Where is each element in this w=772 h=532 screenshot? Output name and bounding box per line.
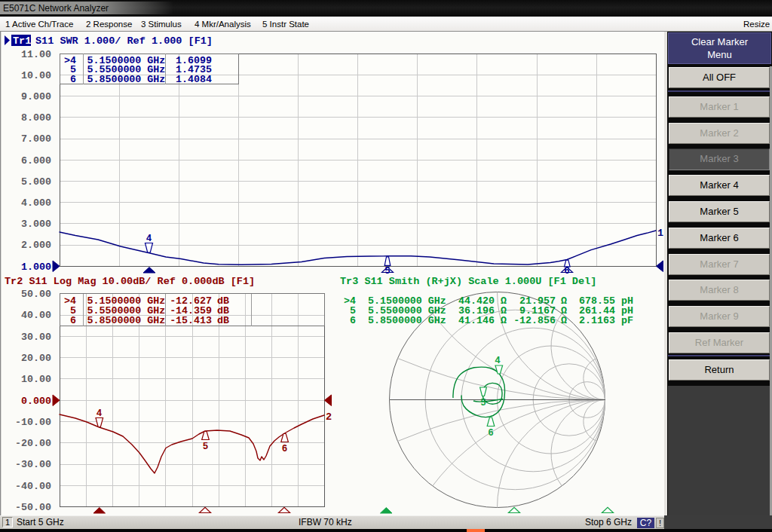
svg-text:1.4084: 1.4084	[176, 74, 212, 85]
svg-text:-10.00: -10.00	[15, 417, 51, 428]
svg-text:6: 6	[70, 315, 76, 326]
svg-text:Tr2 S11 Log Mag 10.00dB/ Ref 0: Tr2 S11 Log Mag 10.00dB/ Ref 0.000dB [F1…	[5, 276, 255, 287]
svg-text:6: 6	[488, 428, 494, 439]
svg-text:0.000: 0.000	[21, 396, 51, 407]
svg-text:3.000: 3.000	[21, 219, 51, 230]
svg-text:5: 5	[384, 266, 391, 277]
svg-text:6: 6	[350, 315, 356, 326]
svg-text:S11 SWR 1.000/ Ref 1.000 [F1]: S11 SWR 1.000/ Ref 1.000 [F1]	[35, 35, 213, 47]
svg-text:5.000: 5.000	[21, 176, 51, 188]
svg-text:Tr3 S11 Smith (R+jX) Scale 1.0: Tr3 S11 Smith (R+jX) Scale 1.000U [F1 De…	[340, 276, 596, 287]
svg-text:20.00: 20.00	[21, 353, 51, 364]
svg-text:4.000: 4.000	[21, 197, 51, 209]
svg-text:9.000: 9.000	[21, 91, 51, 102]
svg-text:5: 5	[480, 398, 486, 408]
svg-text:-12.856: -12.856	[513, 315, 556, 326]
svg-text:2.000: 2.000	[21, 240, 51, 251]
svg-text:5.8500000 GHz: 5.8500000 GHz	[87, 74, 166, 85]
svg-text:-30.00: -30.00	[15, 459, 51, 470]
svg-text:30.00: 30.00	[21, 332, 51, 343]
svg-text:40.00: 40.00	[21, 310, 51, 321]
svg-text:-20.00: -20.00	[15, 438, 51, 449]
svg-text:7.000: 7.000	[21, 133, 51, 145]
svg-text:2.1163: 2.1163	[579, 315, 615, 326]
svg-text:-40.00: -40.00	[15, 481, 51, 492]
svg-text:Ω: Ω	[561, 315, 567, 326]
svg-text:8.000: 8.000	[21, 112, 51, 124]
svg-text:pF: pF	[621, 315, 633, 326]
svg-text:5: 5	[203, 442, 209, 452]
svg-text:6.000: 6.000	[21, 155, 51, 167]
svg-text:2: 2	[326, 411, 332, 423]
svg-text:6: 6	[282, 444, 288, 454]
svg-text:-50.00: -50.00	[15, 502, 51, 513]
svg-text:5.8500000 GHz: 5.8500000 GHz	[87, 315, 166, 326]
svg-text:6: 6	[564, 266, 570, 277]
svg-text:10.00: 10.00	[21, 374, 51, 385]
svg-text:6: 6	[70, 74, 76, 85]
svg-text:1: 1	[657, 228, 663, 239]
svg-text:41.146: 41.146	[458, 315, 495, 326]
svg-text:4: 4	[495, 356, 501, 366]
svg-text:-15.413: -15.413	[170, 315, 212, 326]
svg-text:5.8500000 GHz: 5.8500000 GHz	[368, 315, 446, 326]
svg-text:50.00: 50.00	[21, 289, 51, 300]
svg-text:10.00: 10.00	[21, 70, 51, 81]
svg-text:1.000: 1.000	[21, 261, 51, 273]
svg-text:11.00: 11.00	[21, 49, 51, 60]
svg-text:dB: dB	[217, 315, 229, 326]
svg-text:Tr1: Tr1	[13, 35, 31, 47]
svg-text:Ω: Ω	[501, 315, 507, 326]
